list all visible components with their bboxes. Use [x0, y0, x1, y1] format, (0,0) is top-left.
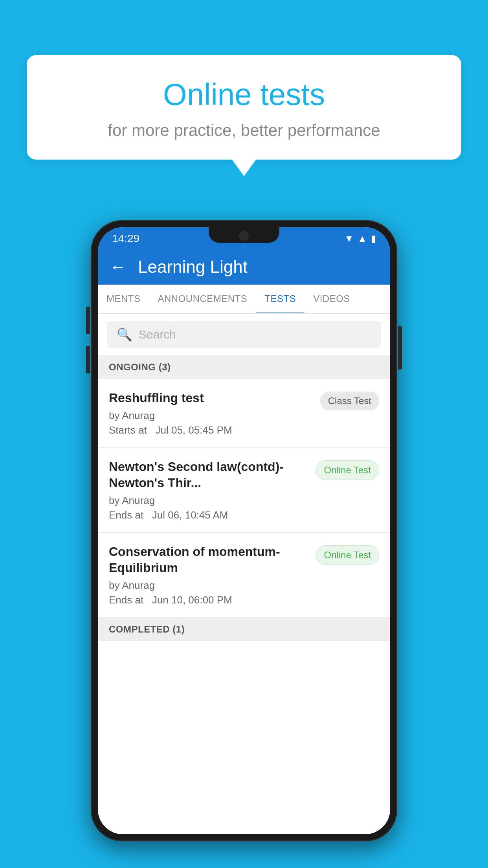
app-title: Learning Light: [138, 257, 248, 277]
phone-power-button[interactable]: [398, 326, 402, 370]
ongoing-section-header: ONGOING (3): [98, 355, 390, 379]
test-author: by Anurag: [109, 495, 309, 507]
search-bar[interactable]: 🔍 Search: [107, 321, 381, 348]
phone-vol-down-button[interactable]: [86, 346, 90, 373]
tests-list: Reshuffling test by Anurag Starts at Jul…: [98, 379, 390, 834]
screen-content: 🔍 Search ONGOING (3) Reshuffling test by…: [98, 314, 390, 834]
speech-bubble: Online tests for more practice, better p…: [27, 55, 461, 160]
test-item[interactable]: Reshuffling test by Anurag Starts at Jul…: [98, 379, 390, 448]
test-author: by Anurag: [109, 410, 314, 422]
online-test-badge: Online Test: [316, 545, 379, 565]
phone-screen: 14:29 ▼ ▲ ▮ ← Learning Light MENTS ANNOU…: [98, 227, 390, 834]
test-author: by Anurag: [109, 579, 309, 592]
search-container: 🔍 Search: [98, 314, 390, 355]
signal-icon: ▲: [358, 233, 367, 244]
completed-section-header: COMPLETED (1): [98, 618, 390, 641]
test-item[interactable]: Conservation of momentum-Equilibrium by …: [98, 533, 390, 618]
wifi-icon: ▼: [344, 233, 354, 244]
phone-outer: 14:29 ▼ ▲ ▮ ← Learning Light MENTS ANNOU…: [91, 220, 397, 841]
phone-vol-up-button[interactable]: [86, 307, 90, 334]
tab-ments[interactable]: MENTS: [98, 285, 149, 313]
phone-camera: [239, 231, 249, 241]
battery-icon: ▮: [371, 233, 376, 244]
status-time: 14:29: [112, 232, 139, 245]
search-icon: 🔍: [117, 327, 132, 342]
bubble-title: Online tests: [50, 77, 438, 112]
back-button[interactable]: ←: [110, 257, 126, 276]
app-bar: ← Learning Light: [98, 249, 390, 285]
tab-videos[interactable]: VIDEOS: [305, 285, 359, 313]
test-date: Ends at Jul 06, 10:45 AM: [109, 509, 309, 521]
test-item[interactable]: Newton's Second law(contd)-Newton's Thir…: [98, 448, 390, 533]
test-info: Reshuffling test by Anurag Starts at Jul…: [109, 390, 314, 436]
phone-notch: [209, 227, 279, 243]
tab-tests[interactable]: TESTS: [256, 285, 305, 313]
class-test-badge: Class Test: [320, 392, 379, 410]
phone-wrapper: 14:29 ▼ ▲ ▮ ← Learning Light MENTS ANNOU…: [91, 220, 397, 841]
bubble-subtitle: for more practice, better performance: [50, 121, 438, 140]
test-name: Newton's Second law(contd)-Newton's Thir…: [109, 459, 309, 491]
test-info: Newton's Second law(contd)-Newton's Thir…: [109, 459, 309, 521]
test-date: Starts at Jul 05, 05:45 PM: [109, 424, 314, 436]
search-placeholder: Search: [139, 328, 176, 341]
tab-announcements[interactable]: ANNOUNCEMENTS: [149, 285, 256, 313]
status-icons: ▼ ▲ ▮: [344, 233, 376, 244]
tabs-container: MENTS ANNOUNCEMENTS TESTS VIDEOS: [98, 285, 390, 314]
test-date: Ends at Jun 10, 06:00 PM: [109, 594, 309, 606]
online-test-badge: Online Test: [316, 460, 379, 480]
test-info: Conservation of momentum-Equilibrium by …: [109, 544, 309, 606]
test-name: Reshuffling test: [109, 390, 314, 406]
test-name: Conservation of momentum-Equilibrium: [109, 544, 309, 576]
